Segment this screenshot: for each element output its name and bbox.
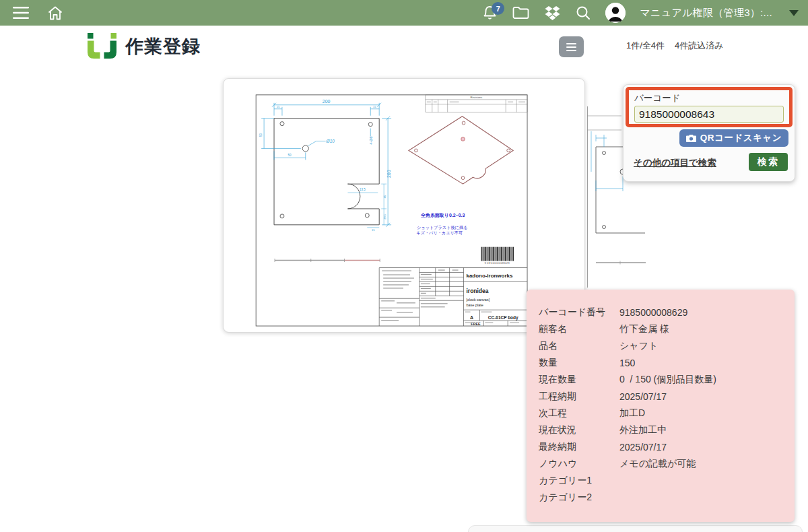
bell-icon[interactable]: 7 xyxy=(482,5,498,21)
dim-holes: 4-Ø6 xyxy=(369,136,373,144)
info-value: 9185000008629 xyxy=(619,307,687,318)
info-value: シャフト xyxy=(619,340,658,352)
info-row-category1: カテゴリー1 xyxy=(539,472,782,489)
note-2: ショットブラスト後に残る xyxy=(417,225,467,230)
folder-icon-glyph xyxy=(512,5,530,20)
list-view-toggle-button[interactable] xyxy=(559,36,584,57)
dim-15c: 15 xyxy=(372,228,375,232)
list-icon-bar xyxy=(566,50,576,51)
info-row-quantity: 数量 150 xyxy=(539,354,782,371)
dim-top: 200 xyxy=(323,99,331,104)
page-title: 作業登録 xyxy=(125,34,201,59)
menu-icon-glyph xyxy=(12,6,30,20)
info-value: 150 xyxy=(619,358,635,368)
title-scale: FREE xyxy=(471,322,481,326)
result-counts: 1件/全4件 4件読込済み xyxy=(626,40,724,52)
info-value: 加工D xyxy=(619,407,645,420)
qr-scan-button[interactable]: QRコードスキャン xyxy=(679,129,788,147)
info-label: 現在状況 xyxy=(539,424,619,436)
info-value: 外注加工中 xyxy=(619,424,667,436)
barcode-field-label: バーコード xyxy=(634,92,784,104)
note-3: キズ・バリ・カエリ不可 xyxy=(416,230,463,236)
dim-right: 200 xyxy=(386,170,391,178)
info-label: バーコード番号 xyxy=(539,306,619,319)
drawing-barcode-digits: 9185000008629 xyxy=(485,262,510,265)
title-size: A xyxy=(470,315,473,320)
info-label: 工程納期 xyxy=(539,391,619,403)
menu-icon[interactable] xyxy=(12,6,30,20)
drawing-notes: 全角糸面取り0.2~0.3 ショットブラスト後に残る キズ・バリ・カエリ不可 xyxy=(416,213,467,236)
title-company: kadono-ironworks xyxy=(467,273,513,279)
info-row-customer: 顧客名 竹下金属 様 xyxy=(539,321,782,337)
sheet2-flat-strip xyxy=(596,261,646,265)
info-row-process-due: 工程納期 2025/07/17 xyxy=(539,388,782,405)
revisions-label: Revisions xyxy=(470,96,482,99)
folder-icon[interactable] xyxy=(512,5,530,20)
dropbox-icon[interactable] xyxy=(544,5,561,21)
info-row-barcode: バーコード番号 9185000008629 xyxy=(539,304,782,321)
dim-15a: 15 xyxy=(277,105,280,108)
titlebar: 作業登録 xyxy=(86,32,201,60)
title-item2: base plate xyxy=(467,303,483,307)
info-label: ノウハウ xyxy=(539,458,619,470)
next-item-card-edge[interactable] xyxy=(468,525,803,532)
list-icon-bar xyxy=(566,46,576,48)
dim-left-h: 50 xyxy=(288,154,291,157)
drawing-barcode xyxy=(481,247,514,261)
camera-icon xyxy=(686,134,696,142)
info-row-category2: カテゴリー2 xyxy=(539,489,782,506)
loaded-count: 4件読込済み xyxy=(675,40,724,52)
note-1: 全角糸面取り0.2~0.3 xyxy=(420,213,465,218)
barcode-search-panel: バーコード QRコードスキャン その他の項目で検索 検索 xyxy=(623,84,795,182)
item-info-panel: バーコード番号 9185000008629 顧客名 竹下金属 様 品名 シャフト… xyxy=(527,290,795,522)
info-label: カテゴリー1 xyxy=(539,475,619,487)
header-right-group: 7 xyxy=(482,3,808,23)
app-logo xyxy=(86,32,119,60)
avatar[interactable] xyxy=(605,3,626,23)
title-brand: ironidea xyxy=(467,288,489,294)
qr-scan-button-label: QRコードスキャン xyxy=(700,132,782,144)
home-icon-glyph xyxy=(47,5,63,21)
search-icon[interactable] xyxy=(575,5,591,21)
info-label: 現在数量 xyxy=(539,374,619,386)
info-value: メモの記載が可能 xyxy=(619,458,696,470)
dropbox-icon-glyph xyxy=(544,5,561,21)
info-label: 次工程 xyxy=(539,407,619,420)
sheet2-frame xyxy=(588,106,622,288)
app-header: 7 xyxy=(0,0,808,26)
info-value: 2025/07/17 xyxy=(619,442,667,453)
info-row-knowhow: ノウハウ メモの記載が可能 xyxy=(539,455,782,472)
result-count: 1件/全4件 xyxy=(626,40,665,52)
info-value: 竹下金属 様 xyxy=(619,323,669,335)
info-label: 最終納期 xyxy=(539,441,619,453)
info-label: 品名 xyxy=(539,340,619,352)
other-search-link[interactable]: その他の項目で検索 xyxy=(634,157,716,169)
info-row-status: 現在状況 外注加工中 xyxy=(539,422,782,438)
info-label: カテゴリー2 xyxy=(539,492,619,504)
info-value: 2025/07/17 xyxy=(619,391,667,402)
search-button[interactable]: 検索 xyxy=(749,153,788,171)
title-drawing-no: CC-01CP body xyxy=(488,315,518,321)
info-row-item-name: 品名 シャフト xyxy=(539,337,782,354)
dim-left-v: 50 xyxy=(259,133,263,137)
info-label: 数量 xyxy=(539,357,619,369)
list-icon xyxy=(566,43,576,44)
info-row-next-process: 次工程 加工D xyxy=(539,405,782,422)
home-icon[interactable] xyxy=(47,5,63,21)
dim-285: 28.5 xyxy=(383,213,386,220)
dim-15b: 15 xyxy=(373,105,376,108)
info-row-final-due: 最終納期 2025/07/17 xyxy=(539,438,782,455)
search-icon-glyph xyxy=(575,5,591,21)
info-value: 0 / 150 (個別品目数量) xyxy=(619,374,716,386)
dim-notch: 13.5 xyxy=(360,188,366,191)
barcode-highlight-box: バーコード xyxy=(626,87,793,127)
dim-45: 45 xyxy=(383,195,386,198)
user-role-label[interactable]: マニュアル権限（管理3）:... xyxy=(640,7,772,20)
header-left-group xyxy=(0,5,63,21)
barcode-input[interactable] xyxy=(634,106,784,123)
dim-big-hole: Ø10 xyxy=(326,139,335,143)
caret-down-icon[interactable] xyxy=(789,10,799,16)
notification-badge: 7 xyxy=(492,2,504,15)
info-label: 顧客名 xyxy=(539,323,619,335)
title-item1: [clock-canvas] xyxy=(467,298,490,302)
